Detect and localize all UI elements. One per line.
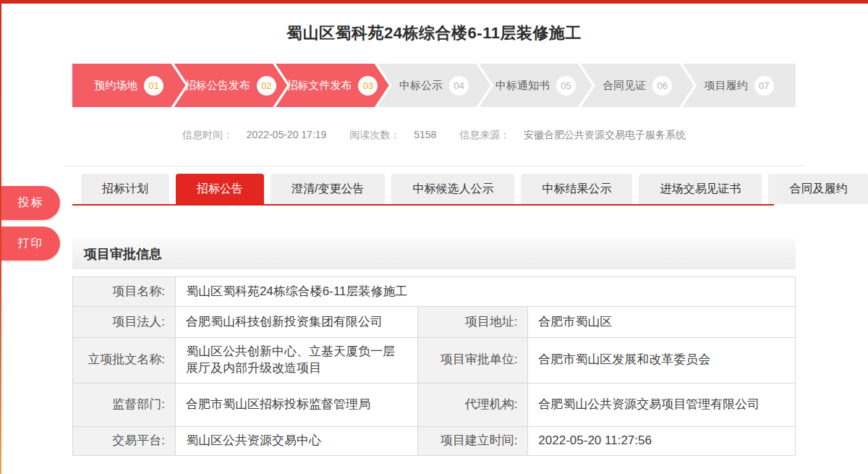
field-value-approval-doc-name: 蜀山区公共创新中心、立基天厦负一层展厅及内部升级改造项目 — [175, 338, 417, 384]
step-number-badge: 02 — [257, 76, 276, 96]
field-label-agency: 代理机构: — [417, 383, 528, 426]
field-label-project-name: 项目名称: — [73, 277, 176, 307]
info-time-label: 信息时间： — [182, 129, 233, 140]
step-label: 中标通知书 — [495, 79, 550, 93]
field-label-project-created-time: 项目建立时间: — [417, 426, 528, 455]
step-label: 招标公告发布 — [185, 79, 250, 93]
project-approval-table: 项目名称: 蜀山区蜀科苑24栋综合楼6-11层装修施工 项目法人: 合肥蜀山科技… — [72, 276, 796, 456]
field-label-project-address: 项目地址: — [417, 307, 528, 338]
tab-bar: 招标计划 招标公告 澄清/变更公告 中标候选人公示 中标结果公示 进场交易见证书… — [72, 174, 774, 206]
table-row: 立项批文名称: 蜀山区公共创新中心、立基天厦负一层展厅及内部升级改造项目 项目审… — [73, 338, 796, 384]
field-value-project-address: 合肥市蜀山区 — [528, 307, 796, 338]
field-value-trading-platform: 蜀山区公共资源交易中心 — [175, 426, 417, 455]
tab-contract-performance[interactable]: 合同及履约 — [768, 174, 868, 204]
tab-candidate-publicity[interactable]: 中标候选人公示 — [391, 174, 514, 204]
info-meta-line: 信息时间： 2022-05-20 17:19 阅读次数： 5158 信息来源： … — [72, 129, 796, 142]
bid-button[interactable]: 投标 — [1, 186, 60, 220]
field-label-supervision-dept: 监督部门: — [73, 383, 176, 426]
table-row: 项目名称: 蜀山区蜀科苑24栋综合楼6-11层装修施工 — [73, 277, 796, 307]
info-time-value: 2022-05-20 17:19 — [247, 129, 327, 140]
tab-result-publicity[interactable]: 中标结果公示 — [521, 174, 632, 204]
field-value-project-created-time: 2022-05-20 11:27:56 — [528, 426, 796, 455]
field-label-approval-unit: 项目审批单位: — [417, 338, 528, 384]
step-winner-publicity: 中标公示 04 — [378, 64, 491, 107]
field-label-trading-platform: 交易平台: — [73, 426, 176, 455]
tab-entry-certificate[interactable]: 进场交易见证书 — [639, 174, 762, 204]
step-number-badge: 05 — [556, 76, 576, 96]
info-views-value: 5158 — [414, 129, 436, 140]
step-project-performance: 项目履约 07 — [682, 64, 796, 107]
tab-tender-plan[interactable]: 招标计划 — [81, 174, 169, 204]
info-source-value: 安徽合肥公共资源交易电子服务系统 — [524, 129, 686, 140]
info-time-group: 信息时间： 2022-05-20 17:19 — [182, 129, 329, 140]
step-number-badge: 03 — [358, 76, 378, 96]
step-label: 招标文件发布 — [286, 79, 352, 93]
table-row: 项目法人: 合肥蜀山科技创新投资集团有限公司 项目地址: 合肥市蜀山区 — [73, 307, 796, 338]
print-button[interactable]: 打印 — [1, 227, 60, 261]
tab-tender-announcement[interactable]: 招标公告 — [176, 174, 264, 204]
main-content: 蜀山区蜀科苑24栋综合楼6-11层装修施工 预约场地 01 招标公告发布 02 … — [72, 22, 796, 456]
info-views-label: 阅读次数： — [349, 129, 400, 140]
step-number-badge: 04 — [449, 76, 469, 96]
field-label-approval-doc-name: 立项批文名称: — [73, 338, 176, 384]
step-label: 中标公示 — [399, 79, 443, 93]
field-value-agency: 合肥蜀山公共资源交易项目管理有限公司 — [528, 383, 796, 426]
step-tender-announcement: 招标公告发布 02 — [174, 64, 288, 107]
field-value-supervision-dept: 合肥市蜀山区招标投标监督管理局 — [175, 383, 417, 426]
step-number-badge: 01 — [144, 76, 163, 96]
section-title-project-approval: 项目审批信息 — [72, 239, 796, 269]
field-value-approval-unit: 合肥市蜀山区发展和改革委员会 — [528, 338, 796, 384]
step-label: 预约场地 — [94, 79, 137, 93]
page-title: 蜀山区蜀科苑24栋综合楼6-11层装修施工 — [72, 22, 796, 44]
info-views-group: 阅读次数： 5158 — [349, 129, 439, 140]
step-contract-witness: 合同见证 06 — [581, 64, 694, 107]
field-value-project-name: 蜀山区蜀科苑24栋综合楼6-11层装修施工 — [175, 277, 795, 307]
step-label: 合同见证 — [603, 79, 646, 93]
table-row: 交易平台: 蜀山区公共资源交易中心 项目建立时间: 2022-05-20 11:… — [73, 426, 796, 455]
step-label: 项目履约 — [705, 79, 748, 93]
info-source-label: 信息来源： — [459, 129, 510, 140]
step-number-badge: 07 — [754, 76, 774, 96]
field-value-legal-entity: 合肥蜀山科技创新投资集团有限公司 — [175, 307, 417, 338]
info-source-group: 信息来源： 安徽合肥公共资源交易电子服务系统 — [459, 129, 686, 140]
step-tender-documents: 招标文件发布 03 — [276, 64, 389, 107]
step-number-badge: 06 — [652, 76, 672, 96]
progress-steps: 预约场地 01 招标公告发布 02 招标文件发布 03 中标公示 04 中标通知… — [72, 64, 796, 107]
horizontal-divider — [64, 166, 804, 166]
tab-clarification-change[interactable]: 澄清/变更公告 — [271, 174, 385, 204]
step-award-notice: 中标通知书 05 — [479, 64, 592, 107]
step-reserve-venue: 预约场地 01 — [72, 64, 186, 107]
field-label-legal-entity: 项目法人: — [73, 307, 176, 338]
table-row: 监督部门: 合肥市蜀山区招标投标监督管理局 代理机构: 合肥蜀山公共资源交易项目… — [73, 383, 796, 426]
